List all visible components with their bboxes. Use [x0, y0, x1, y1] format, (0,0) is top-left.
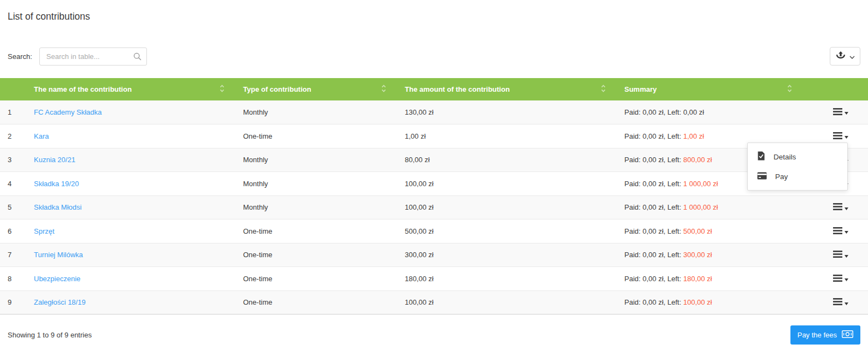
table-row: 7 Turniej Milówka One-time 300,00 zł Pai…: [0, 243, 868, 267]
contribution-name-link[interactable]: Ubezpieczenie: [34, 275, 80, 283]
row-index: 1: [8, 108, 11, 116]
contribution-name-link[interactable]: FC Academy Składka: [34, 108, 102, 116]
header-name-column[interactable]: The name of the contribution: [26, 78, 235, 100]
contribution-type: One-time: [243, 251, 272, 259]
row-index: 9: [8, 298, 11, 306]
caret-down-icon: [845, 227, 848, 235]
search-input[interactable]: [39, 48, 147, 66]
header-amount-column[interactable]: The amount of the contribution: [397, 78, 617, 100]
contribution-name-link[interactable]: Zaległości 18/19: [34, 298, 86, 306]
header-name-label: The name of the contribution: [34, 85, 132, 93]
summary-paid-prefix: Paid: 0,00 zł, Left:: [624, 156, 683, 164]
hamburger-menu-icon: [833, 227, 842, 236]
caret-down-icon: [845, 251, 848, 259]
summary-left-value: 300,00 zł: [683, 251, 712, 259]
contributions-table: The name of the contribution Type of con…: [0, 78, 868, 314]
contribution-name-link[interactable]: Składka Młodsi: [34, 203, 81, 211]
page-title: List of contributions: [8, 11, 860, 22]
hamburger-menu-icon: [833, 298, 842, 307]
contribution-amount: 300,00 zł: [405, 251, 434, 259]
summary-left-value: 100,00 zł: [683, 298, 712, 306]
contribution-amount: 100,00 zł: [405, 298, 434, 306]
contributions-table-wrap: The name of the contribution Type of con…: [0, 78, 868, 314]
header-type-label: Type of contribution: [243, 85, 311, 93]
row-index: 5: [8, 203, 11, 211]
table-header-row: The name of the contribution Type of con…: [0, 78, 868, 100]
contribution-name-link[interactable]: Kara: [34, 132, 49, 140]
contribution-amount: 80,00 zł: [405, 156, 430, 164]
header-summary-label: Summary: [624, 85, 657, 93]
summary-left-value: 180,00 zł: [683, 275, 712, 283]
caret-down-icon: [845, 275, 848, 283]
sort-icon[interactable]: [381, 85, 386, 94]
contribution-type: One-time: [243, 298, 272, 306]
summary-left-value: 500,00 zł: [683, 227, 712, 235]
summary-left-value: 1 000,00 zł: [683, 203, 718, 211]
pay-the-fees-button[interactable]: Pay the fees: [790, 325, 860, 345]
chevron-down-icon: [849, 52, 855, 61]
summary-text: Paid: 0,00 zł, Left: 180,00 zł: [624, 275, 712, 283]
contribution-type: One-time: [243, 132, 272, 140]
table-row: 1 FC Academy Składka Monthly 130,00 zł P…: [0, 100, 868, 124]
menu-item-pay[interactable]: Pay: [748, 167, 847, 186]
contribution-name-link[interactable]: Sprzęt: [34, 227, 55, 235]
table-toolbar: Search:: [8, 47, 860, 66]
table-footer: Showing 1 to 9 of 9 entries Pay the fees: [8, 325, 860, 345]
row-actions-menu-button[interactable]: [833, 251, 848, 259]
table-row: 6 Sprzęt One-time 500,00 zł Paid: 0,00 z…: [0, 219, 868, 244]
row-actions-menu-button[interactable]: [833, 203, 848, 212]
sort-icon[interactable]: [601, 85, 606, 94]
hamburger-menu-icon: [833, 132, 842, 141]
summary-paid-prefix: Paid: 0,00 zł, Left:: [624, 180, 683, 188]
header-summary-column[interactable]: Summary: [617, 78, 803, 100]
row-actions-menu-button[interactable]: [833, 298, 848, 307]
row-index: 4: [8, 180, 11, 188]
contribution-name-link[interactable]: Składka 19/20: [34, 180, 79, 188]
contribution-name-link[interactable]: Turniej Milówka: [34, 251, 83, 259]
summary-left-value: 1 000,00 zł: [683, 180, 718, 188]
pay-the-fees-label: Pay the fees: [798, 331, 837, 339]
credit-card-icon: [757, 172, 767, 181]
document-check-icon: [757, 151, 765, 162]
contribution-amount: 130,00 zł: [405, 108, 434, 116]
header-type-column[interactable]: Type of contribution: [235, 78, 397, 100]
row-actions-menu-button[interactable]: [833, 227, 848, 236]
header-actions: [803, 78, 868, 100]
summary-paid-prefix: Paid: 0,00 zł, Left:: [624, 203, 683, 211]
row-actions-menu-button[interactable]: [833, 132, 848, 141]
menu-item-details[interactable]: Details: [748, 147, 847, 167]
sort-icon[interactable]: [787, 85, 792, 94]
table-row: 4 Składka 19/20 Monthly 100,00 zł Paid: …: [0, 172, 868, 196]
table-body: 1 FC Academy Składka Monthly 130,00 zł P…: [0, 100, 868, 314]
banknote-icon: [842, 330, 853, 340]
summary-left-value: 800,00 zł: [683, 156, 712, 164]
row-actions-menu-button[interactable]: [833, 108, 848, 117]
contribution-name-link[interactable]: Kuznia 20/21: [34, 156, 75, 164]
summary-paid-prefix: Paid: 0,00 zł, Left:: [624, 251, 683, 259]
caret-down-icon: [845, 299, 848, 307]
sort-icon[interactable]: [220, 85, 225, 94]
hamburger-menu-icon: [833, 251, 842, 259]
row-index: 8: [8, 275, 11, 283]
contribution-amount: 180,00 zł: [405, 275, 434, 283]
contribution-type: Monthly: [243, 108, 268, 116]
summary-text: Paid: 0,00 zł, Left: 1 000,00 zł: [624, 203, 718, 211]
header-amount-label: The amount of the contribution: [405, 85, 510, 93]
summary-text: Paid: 0,00 zł, Left: 300,00 zł: [624, 251, 712, 259]
summary-left-value: 1,00 zł: [683, 132, 704, 140]
export-dropdown-button[interactable]: [830, 47, 860, 66]
search-box: [39, 48, 147, 66]
caret-down-icon: [845, 108, 848, 116]
table-row: 3 Kuznia 20/21 Monthly 80,00 zł Paid: 0,…: [0, 148, 868, 172]
row-actions-dropdown: Details Pay: [747, 143, 848, 191]
contribution-type: Monthly: [243, 203, 268, 211]
search-icon: [133, 52, 141, 63]
row-actions-menu-button[interactable]: [833, 275, 848, 283]
table-row: 8 Ubezpieczenie One-time 180,00 zł Paid:…: [0, 267, 868, 291]
hamburger-menu-icon: [833, 203, 842, 212]
summary-paid-prefix: Paid: 0,00 zł, Left:: [624, 108, 683, 116]
contribution-type: Monthly: [243, 180, 268, 188]
table-row: 5 Składka Młodsi Monthly 100,00 zł Paid:…: [0, 195, 868, 219]
summary-paid-prefix: Paid: 0,00 zł, Left:: [624, 275, 683, 283]
table-row: 9 Zaległości 18/19 One-time 100,00 zł Pa…: [0, 290, 868, 314]
